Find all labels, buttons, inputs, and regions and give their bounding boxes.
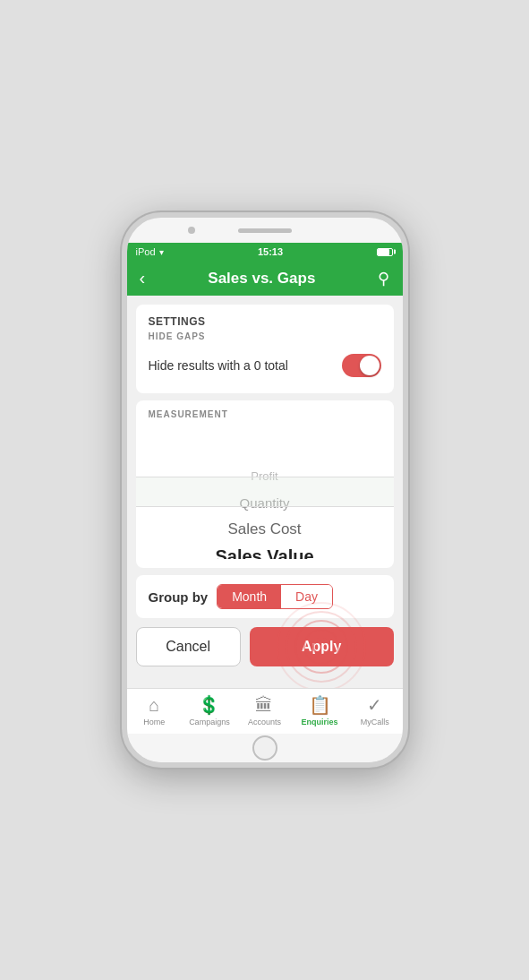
picker-item-sales-value[interactable]: Sales Value	[136, 543, 394, 559]
filter-icon[interactable]: ⚲	[378, 269, 389, 288]
phone-frame: › iPod ▾ 15:13 ‹ Sales vs. Gaps ⚲	[122, 212, 408, 768]
front-camera	[188, 227, 195, 234]
page-title: Sales vs. Gaps	[208, 270, 315, 288]
phone-top-bar	[127, 218, 403, 243]
settings-title: SETTINGS	[149, 315, 381, 328]
content-area: SETTINGS HIDE GAPS Hide results with a 0…	[127, 296, 403, 688]
cancel-button[interactable]: Cancel	[136, 627, 241, 666]
nav-label-home: Home	[143, 718, 165, 726]
bottom-navigation: ⌂ Home 💲 Campaigns 🏛 Accounts 📋 Enquirie…	[127, 688, 403, 734]
home-button[interactable]	[252, 735, 277, 761]
nav-label-mycalls: MyCalls	[361, 718, 389, 726]
nav-label-accounts: Accounts	[248, 718, 281, 726]
nav-item-enquiries[interactable]: 📋 Enquiries	[297, 694, 342, 726]
nav-item-accounts[interactable]: 🏛 Accounts	[242, 695, 286, 726]
phone-speaker	[238, 228, 292, 233]
group-by-section: Group by Month Day	[136, 575, 394, 618]
picker-item-sales-cost[interactable]: Sales Cost	[136, 516, 394, 543]
apply-button[interactable]: Apply	[250, 627, 394, 666]
nav-item-home[interactable]: ⌂ Home	[132, 695, 176, 726]
toggle-knob	[360, 356, 380, 375]
battery-icon	[377, 248, 393, 256]
accounts-icon: 🏛	[255, 695, 273, 716]
home-button-area	[127, 734, 403, 762]
group-by-label: Group by	[149, 589, 209, 605]
enquiries-icon: 📋	[309, 694, 331, 716]
campaigns-icon: 💲	[198, 694, 220, 716]
measurement-label: MEASUREMENT	[136, 409, 394, 419]
carrier-label: iPod	[136, 246, 156, 257]
time-display: 15:13	[258, 246, 283, 257]
toggle-row: Hide results with a 0 total	[149, 348, 381, 383]
screen: iPod ▾ 15:13 ‹ Sales vs. Gaps ⚲ SETTINGS…	[127, 243, 403, 762]
picker-highlight	[136, 477, 394, 507]
measurement-section: MEASUREMENT Profit Quantity Sales Cost S…	[136, 400, 394, 568]
hide-gaps-label: HIDE GAPS	[149, 331, 381, 341]
wifi-icon: ▾	[159, 247, 164, 257]
nav-item-campaigns[interactable]: 💲 Campaigns	[187, 694, 232, 726]
settings-section: SETTINGS HIDE GAPS Hide results with a 0…	[136, 305, 394, 393]
picker-container[interactable]: Profit Quantity Sales Cost Sales Value T…	[136, 425, 394, 559]
group-by-options: Month Day	[217, 584, 333, 609]
back-button[interactable]: ‹	[140, 268, 146, 288]
group-option-month[interactable]: Month	[218, 585, 281, 608]
nav-label-campaigns: Campaigns	[189, 718, 230, 726]
nav-label-enquiries: Enquiries	[302, 718, 338, 726]
toggle-description: Hide results with a 0 total	[149, 358, 288, 373]
nav-item-mycalls[interactable]: ✓ MyCalls	[353, 694, 397, 726]
hide-results-toggle[interactable]	[342, 354, 381, 377]
home-icon: ⌂	[149, 695, 159, 716]
mycalls-icon: ✓	[367, 694, 382, 716]
action-buttons: Cancel Apply	[136, 627, 394, 666]
page-header: ‹ Sales vs. Gaps ⚲	[127, 261, 403, 296]
group-option-day[interactable]: Day	[281, 585, 332, 608]
status-bar: iPod ▾ 15:13	[127, 243, 403, 261]
